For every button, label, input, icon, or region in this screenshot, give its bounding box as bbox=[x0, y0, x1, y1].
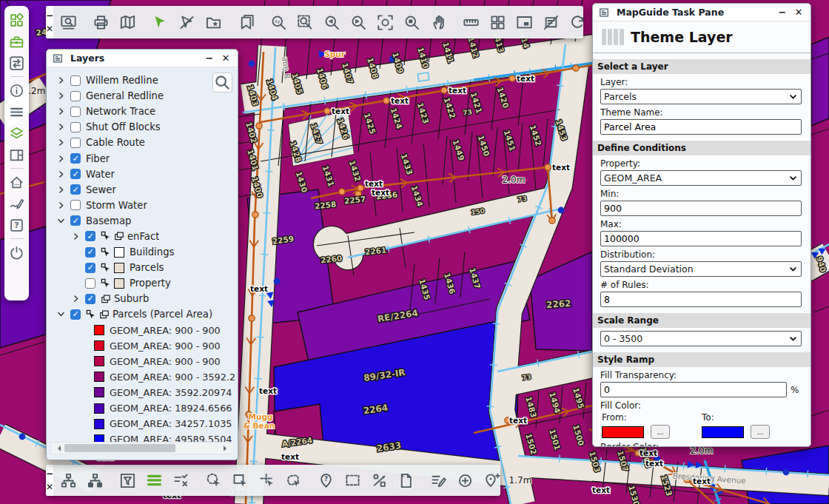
chevron-right-icon[interactable] bbox=[57, 107, 70, 115]
zoom-xy-button[interactable]: xy bbox=[265, 9, 292, 36]
apps-button[interactable] bbox=[8, 12, 26, 28]
chevron-right-icon[interactable] bbox=[57, 138, 70, 147]
layer-checkbox[interactable] bbox=[85, 263, 95, 273]
add-point-button[interactable] bbox=[452, 467, 478, 494]
redline-button[interactable] bbox=[8, 195, 26, 212]
layer-row-sewer[interactable]: Sewer bbox=[47, 182, 238, 198]
viewport-button[interactable] bbox=[511, 9, 537, 36]
layer-checkbox[interactable] bbox=[70, 184, 81, 195]
layers-minimize-button[interactable]: − bbox=[204, 53, 215, 64]
layer-row-basemap[interactable]: Basemap bbox=[47, 213, 238, 229]
chevron-right-icon[interactable] bbox=[57, 201, 70, 209]
layer-checkbox[interactable] bbox=[70, 200, 81, 210]
add-location-button[interactable] bbox=[478, 467, 505, 494]
layers-panel-titlebar[interactable]: Layers − ✕ bbox=[47, 50, 238, 67]
layer-row-parcels-parcel-area-[interactable]: Parcels (Parcel Area) bbox=[47, 306, 238, 322]
report-button[interactable] bbox=[392, 467, 419, 494]
toolbar-minimize-button[interactable]: − bbox=[46, 12, 53, 19]
select-box-button[interactable] bbox=[339, 467, 366, 494]
layers-horizontal-scrollbar[interactable] bbox=[50, 442, 234, 454]
layer-checkbox[interactable] bbox=[70, 169, 81, 179]
zoom-previous-button[interactable] bbox=[318, 9, 345, 36]
layer-checkbox[interactable] bbox=[85, 231, 95, 241]
layers-button[interactable] bbox=[8, 125, 26, 141]
list-button[interactable] bbox=[141, 467, 167, 494]
scroll-right-arrow[interactable] bbox=[224, 446, 229, 451]
measure-button[interactable] bbox=[457, 9, 484, 36]
task-pane-titlebar[interactable]: MapGuide Task Pane − ✕ bbox=[593, 4, 810, 21]
chevron-down-icon[interactable] bbox=[57, 217, 70, 225]
layer-row-suburb[interactable]: Suburb bbox=[47, 291, 238, 306]
task-pane-close-button[interactable]: ✕ bbox=[793, 7, 805, 19]
layer-row-cable-route[interactable]: Cable Route bbox=[47, 135, 238, 150]
zoom-rectangle-button[interactable] bbox=[292, 9, 318, 36]
swap-panels-button[interactable] bbox=[8, 55, 26, 71]
fill-to-browse-button[interactable]: ... bbox=[751, 425, 770, 439]
toolbox-button[interactable] bbox=[8, 33, 26, 50]
property-select[interactable]: GEOM_AREA bbox=[600, 170, 802, 186]
overview-button[interactable] bbox=[55, 9, 81, 36]
layer-row-network-trace[interactable]: Network Trace bbox=[47, 104, 238, 119]
chevron-right-icon[interactable] bbox=[57, 76, 70, 84]
layers-close-button[interactable]: ✕ bbox=[220, 53, 232, 64]
layer-row-enfact[interactable]: enFact bbox=[47, 229, 238, 244]
quick-plot-button[interactable] bbox=[484, 9, 511, 36]
min-input[interactable] bbox=[600, 201, 802, 216]
rules-input[interactable] bbox=[600, 292, 802, 307]
layer-row-fiber[interactable]: Fiber bbox=[47, 150, 238, 166]
edit-attributes-button[interactable] bbox=[425, 467, 452, 494]
toolbar-minimize-button[interactable]: − bbox=[46, 470, 53, 477]
max-input[interactable] bbox=[600, 231, 802, 246]
layer-checkbox[interactable] bbox=[70, 153, 81, 164]
chevron-right-icon[interactable] bbox=[57, 186, 70, 194]
distribution-select[interactable]: Standard Deviation bbox=[600, 261, 802, 277]
layer-checkbox[interactable] bbox=[70, 138, 81, 148]
print-button[interactable] bbox=[87, 9, 114, 36]
layer-row-shut-off-blocks[interactable]: Shut Off Blocks bbox=[47, 119, 238, 135]
chevron-right-icon[interactable] bbox=[57, 123, 70, 131]
trace-upstream-button[interactable] bbox=[55, 467, 81, 494]
layer-checkbox[interactable] bbox=[70, 75, 81, 86]
chevron-right-icon[interactable] bbox=[72, 295, 85, 303]
layer-search-button[interactable] bbox=[212, 73, 232, 93]
layer-row-willem-redline[interactable]: Willem Redline bbox=[47, 73, 238, 88]
info-button[interactable] bbox=[8, 82, 26, 98]
split-button[interactable] bbox=[366, 467, 392, 494]
layer-row-parcels[interactable]: Parcels bbox=[47, 260, 238, 275]
bookmarks-button[interactable] bbox=[232, 9, 259, 36]
zoom-selected-button[interactable] bbox=[398, 9, 425, 36]
layer-select[interactable]: Parcels bbox=[600, 89, 802, 104]
help-button[interactable]: ? bbox=[8, 217, 26, 233]
theme-name-input[interactable] bbox=[600, 119, 802, 135]
select-cross-button[interactable] bbox=[253, 467, 280, 494]
fill-from-browse-button[interactable]: ... bbox=[651, 425, 670, 439]
refresh-button[interactable] bbox=[564, 9, 591, 36]
scrollbar-thumb[interactable] bbox=[64, 444, 175, 452]
select-polygon-button[interactable] bbox=[280, 467, 306, 494]
home-button[interactable] bbox=[8, 174, 26, 190]
toolbar-close-button[interactable]: ✕ bbox=[46, 25, 53, 33]
zoom-next-button[interactable] bbox=[345, 9, 372, 36]
add-bookmark-button[interactable] bbox=[200, 9, 226, 36]
layer-checkbox[interactable] bbox=[70, 122, 81, 132]
add-panel-button[interactable] bbox=[8, 147, 26, 163]
layer-checkbox[interactable] bbox=[70, 215, 81, 226]
clear-list-button[interactable] bbox=[167, 467, 194, 494]
chevron-right-icon[interactable] bbox=[57, 170, 70, 178]
chevron-right-icon[interactable] bbox=[57, 155, 70, 163]
layer-row-water[interactable]: Water bbox=[47, 167, 238, 182]
select-button[interactable] bbox=[147, 9, 173, 36]
logout-button[interactable] bbox=[8, 244, 26, 261]
layer-checkbox[interactable] bbox=[70, 91, 81, 101]
hide-labels-button[interactable] bbox=[537, 9, 564, 36]
layer-checkbox[interactable] bbox=[85, 278, 95, 289]
layer-checkbox[interactable] bbox=[70, 309, 81, 320]
scale-range-select[interactable]: 0 - 3500 bbox=[600, 331, 802, 346]
toolbar-close-button[interactable]: ✕ bbox=[46, 483, 53, 491]
zoom-extents-button[interactable] bbox=[372, 9, 398, 36]
layer-checkbox[interactable] bbox=[70, 107, 81, 117]
layer-row-storm-water[interactable]: Storm Water bbox=[47, 198, 238, 213]
trace-downstream-button[interactable] bbox=[81, 467, 108, 494]
task-pane-minimize-button[interactable]: − bbox=[776, 7, 788, 19]
chevron-right-icon[interactable] bbox=[72, 232, 85, 241]
